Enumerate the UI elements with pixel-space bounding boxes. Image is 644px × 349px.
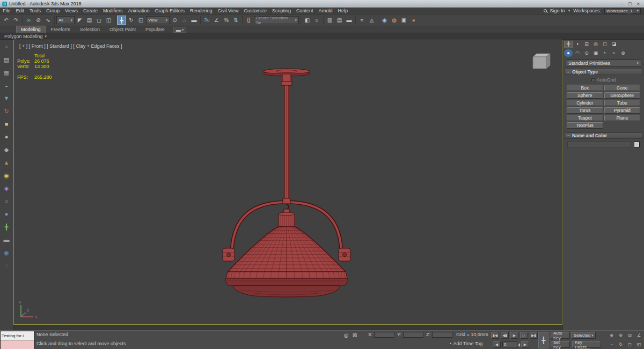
light-icon[interactable]: ◉ [1, 171, 12, 180]
viewport-label[interactable]: [ + ] [ Front ] [ Standard ] [ Clay + Ed… [19, 43, 122, 49]
selection-filter-dropdown[interactable]: All ▾ [56, 16, 75, 24]
redo-icon[interactable]: ↷ [11, 16, 20, 25]
mini-listener-text[interactable]: Testing for i [1, 331, 34, 340]
object-name-field[interactable] [567, 142, 631, 147]
select-and-scale-icon[interactable]: ◱ [136, 16, 145, 25]
lamp-model[interactable] [14, 40, 562, 324]
helper-icon[interactable]: ◈ [1, 184, 12, 193]
reference-coordinate-dropdown[interactable]: View ▾ [146, 16, 170, 24]
viewcube[interactable] [529, 51, 553, 71]
create-tab-icon[interactable]: ╋ [564, 41, 573, 48]
space-warps-category-icon[interactable]: ≈ [610, 49, 618, 57]
play-icon[interactable]: ▶ [510, 332, 518, 339]
menu-animation[interactable]: Animation [125, 8, 152, 14]
menu-help[interactable]: Help [335, 8, 350, 14]
zoom-region-icon[interactable]: ◻ [626, 341, 634, 348]
select-and-link-icon[interactable]: ∞ [24, 16, 33, 25]
grid-icon[interactable]: ▦ [1, 68, 12, 77]
axis-gizmo[interactable]: X Y Z [17, 300, 41, 321]
material-editor-icon[interactable]: ◉ [380, 16, 389, 25]
ribbon-tab-selection[interactable]: Selection [76, 26, 104, 33]
render-setup-icon[interactable]: ◍ [390, 16, 399, 25]
rendered-frame-window-icon[interactable]: ▣ [399, 16, 408, 25]
go-to-start-icon[interactable]: ▮◀ [491, 332, 499, 339]
frame-forward-icon[interactable]: ▶ [521, 341, 529, 348]
menu-civil-view[interactable]: Civil View [215, 8, 241, 14]
previous-key-icon[interactable]: ◀▮ [501, 332, 509, 339]
list-icon[interactable]: ▤ [1, 55, 12, 64]
mirror-icon[interactable]: ◧ [303, 16, 312, 25]
hierarchy-tab-icon[interactable]: ⊟ [582, 41, 591, 48]
named-selection-dropdown[interactable]: Create Selection Se ▾ [254, 16, 299, 24]
selection-lock-icon[interactable]: ⊠ [351, 332, 358, 339]
angle-snap-icon[interactable]: ∠ [212, 16, 221, 25]
use-pivot-center-icon[interactable]: ⊙ [170, 16, 179, 25]
menu-content[interactable]: Content [294, 8, 316, 14]
ring-icon[interactable]: ○ [1, 197, 12, 206]
menu-scripting[interactable]: Scripting [269, 8, 294, 14]
object-type-geosphere-button[interactable]: GeoSphere [604, 92, 641, 99]
unlink-selection-icon[interactable]: ⊘ [34, 16, 43, 25]
x-coordinate-field[interactable] [374, 332, 394, 338]
object-type-box-button[interactable]: Box [567, 85, 603, 91]
object-type-torus-button[interactable]: Torus [567, 107, 603, 114]
search-icon[interactable] [544, 9, 547, 12]
menu-tools[interactable]: Tools [27, 8, 43, 14]
sphere-primitive-icon[interactable]: ● [1, 132, 12, 142]
select-and-manipulate-icon[interactable]: ∴ [180, 16, 189, 25]
circle-icon[interactable]: ● [1, 42, 12, 51]
ribbon-tab-object-paint[interactable]: Object Paint [105, 26, 140, 33]
bind-to-space-warp-icon[interactable]: ⇘ [43, 16, 53, 25]
menu-arnold[interactable]: Arnold [316, 8, 335, 14]
object-type-teapot-button[interactable]: Teapot [567, 115, 603, 121]
frame-back-icon[interactable]: ◀ [493, 341, 501, 348]
down-triangle-icon[interactable]: ▼ [1, 94, 12, 103]
object-type-plane-button[interactable]: Plane [604, 115, 641, 121]
shapes-category-icon[interactable]: ◠ [573, 49, 582, 57]
lights-category-icon[interactable]: ⊙ [582, 49, 591, 57]
menu-rendering[interactable]: Rendering [187, 8, 215, 14]
schematic-view-icon[interactable]: ◬ [367, 16, 376, 25]
sign-in-caret-icon[interactable]: ▾ [568, 9, 570, 13]
maximize-button[interactable]: □ [628, 1, 631, 6]
modify-tab-icon[interactable]: ◖ [573, 41, 582, 48]
select-and-rotate-icon[interactable]: ↻ [127, 16, 136, 25]
menu-group[interactable]: Group [43, 8, 62, 14]
object-type-cylinder-button[interactable]: Cylinder [567, 100, 603, 106]
minimize-button[interactable]: – [620, 1, 623, 6]
target-icon[interactable]: ◉ [1, 248, 12, 257]
zoom-extents-icon[interactable]: ⊡ [626, 332, 634, 339]
utilities-tab-icon[interactable]: ◪ [610, 41, 618, 48]
menu-customize[interactable]: Customize [241, 8, 269, 14]
blue-sphere-icon[interactable]: ● [1, 210, 12, 219]
percent-snap-icon[interactable]: % [222, 16, 231, 25]
ribbon-tab-populate[interactable]: Populate [141, 26, 169, 33]
object-type-tube-button[interactable]: Tube [604, 100, 641, 106]
macro-recorder-line[interactable] [1, 340, 34, 349]
cone-primitive-icon[interactable]: ▲ [1, 158, 12, 167]
snaps-toggle-icon[interactable]: 3∪ [202, 16, 211, 25]
autogrid-checkbox[interactable] [591, 78, 595, 82]
viewport-front[interactable]: [ + ] [ Front ] [ Standard ] [ Clay + Ed… [13, 40, 562, 325]
pan-icon[interactable]: ⇔ [608, 341, 616, 348]
object-color-swatch[interactable] [634, 142, 640, 147]
select-object-icon[interactable]: ◤ [75, 16, 84, 25]
workspace-dropdown[interactable]: Workspace_1 ▾ [604, 8, 641, 14]
dark-square-icon[interactable]: ■ [1, 261, 12, 270]
keyboard-override-icon[interactable]: ▬ [189, 16, 199, 25]
ribbon-tab-modeling[interactable]: Modeling [16, 26, 46, 33]
scene-explorer-icon[interactable]: ▥ [325, 16, 334, 25]
field-of-view-icon[interactable]: ∠ [635, 332, 643, 339]
y-coordinate-field[interactable] [403, 332, 423, 338]
select-by-name-icon[interactable]: ▤ [85, 16, 94, 25]
motion-tab-icon[interactable]: ◎ [591, 41, 600, 48]
half-sphere-icon[interactable]: ◒ [1, 81, 12, 90]
diamond-icon[interactable]: ◆ [1, 145, 12, 154]
object-type-cone-button[interactable]: Cone [604, 85, 641, 91]
maxscript-mini-listener[interactable]: Testing for i [0, 331, 34, 349]
ribbon-tab-freeform[interactable]: Freeform [47, 26, 75, 33]
key-mode-dropdown[interactable]: Selected ▾ [571, 332, 596, 339]
close-button[interactable]: × [637, 1, 640, 6]
layer-manager-icon[interactable]: ▤ [335, 16, 344, 25]
object-type-textplus-button[interactable]: TextPlus [567, 122, 603, 129]
